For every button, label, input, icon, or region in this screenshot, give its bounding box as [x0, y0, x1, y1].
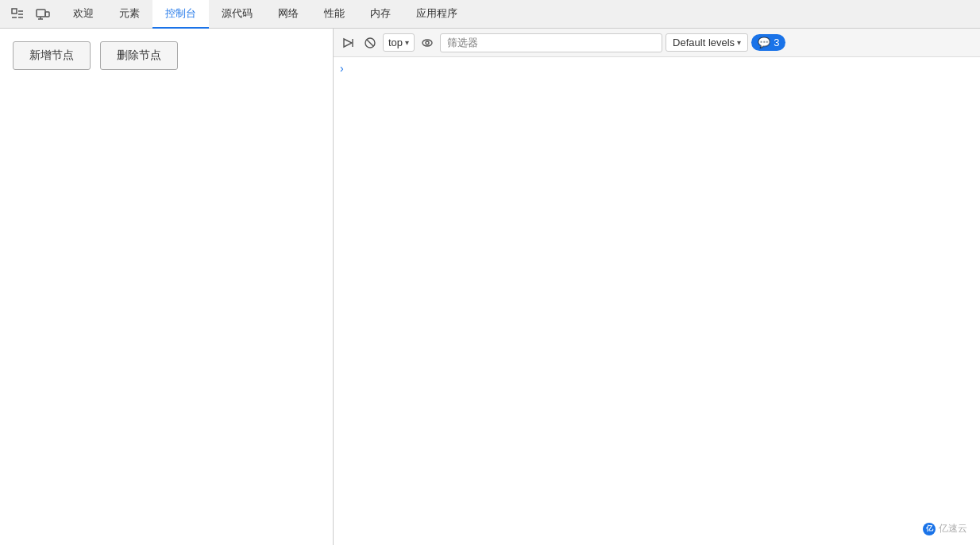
context-dropdown[interactable]: top ▾ — [383, 33, 415, 52]
execute-icon[interactable] — [338, 33, 357, 52]
svg-point-5 — [426, 41, 429, 44]
right-panel: top ▾ Default levels ▾ 💬 3 — [334, 29, 980, 545]
svg-point-4 — [422, 40, 432, 46]
console-content: › 亿 亿速云 — [334, 57, 980, 545]
watermark: 亿 亿速云 — [923, 522, 967, 535]
add-node-button[interactable]: 新增节点 — [13, 41, 91, 70]
levels-dropdown-label: Default levels — [673, 37, 735, 48]
levels-dropdown[interactable]: Default levels ▾ — [666, 33, 748, 52]
watermark-logo: 亿 — [923, 523, 936, 535]
tab-network[interactable]: 网络 — [265, 0, 311, 29]
watermark-text: 亿速云 — [939, 522, 967, 535]
message-count-label: 3 — [774, 37, 779, 48]
tab-elements[interactable]: 元素 — [106, 0, 152, 29]
dropdown-chevron-icon: ▾ — [405, 38, 409, 47]
tab-application[interactable]: 应用程序 — [403, 0, 470, 29]
chat-bubble-icon: 💬 — [758, 37, 770, 48]
button-row: 新增节点 删除节点 — [13, 41, 320, 70]
svg-rect-0 — [12, 9, 17, 14]
tab-memory[interactable]: 内存 — [357, 0, 403, 29]
eye-icon[interactable] — [418, 33, 437, 52]
tab-sources[interactable]: 源代码 — [209, 0, 265, 29]
top-nav-bar: 欢迎 元素 控制台 源代码 网络 性能 内存 应用程序 — [0, 0, 980, 29]
tab-console[interactable]: 控制台 — [152, 0, 209, 29]
main-layout: 新增节点 删除节点 top — [0, 29, 980, 545]
levels-dropdown-chevron-icon: ▾ — [737, 38, 741, 47]
clear-console-icon[interactable] — [361, 33, 380, 52]
filter-input[interactable] — [440, 33, 662, 52]
console-chevron-icon[interactable]: › — [340, 60, 974, 77]
inspect-icon[interactable] — [6, 3, 29, 25]
left-panel: 新增节点 删除节点 — [0, 29, 334, 545]
message-count-badge[interactable]: 💬 3 — [751, 34, 785, 51]
tab-welcome[interactable]: 欢迎 — [60, 0, 106, 29]
tab-performance[interactable]: 性能 — [311, 0, 357, 29]
delete-node-button[interactable]: 删除节点 — [100, 41, 178, 70]
svg-rect-2 — [45, 12, 49, 17]
responsive-icon[interactable] — [32, 3, 54, 25]
console-toolbar: top ▾ Default levels ▾ 💬 3 — [334, 29, 980, 57]
nav-tabs: 欢迎 元素 控制台 源代码 网络 性能 内存 应用程序 — [60, 0, 470, 29]
svg-rect-1 — [37, 10, 45, 17]
context-dropdown-label: top — [388, 37, 403, 48]
